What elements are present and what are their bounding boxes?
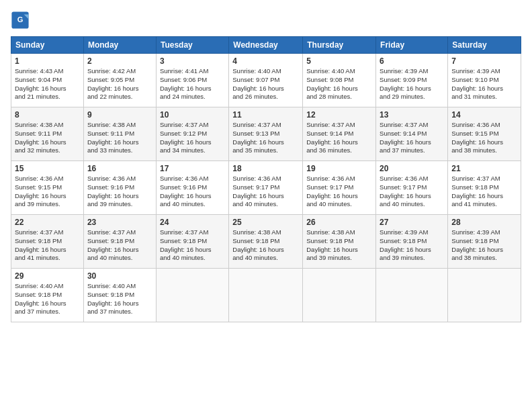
day-number: 13 bbox=[380, 110, 444, 120]
day-info: Sunrise: 4:41 AM Sunset: 9:06 PM Dayligh… bbox=[160, 67, 225, 101]
day-info: Sunrise: 4:36 AM Sunset: 9:17 PM Dayligh… bbox=[306, 175, 372, 209]
day-info: Sunrise: 4:37 AM Sunset: 9:18 PM Dayligh… bbox=[160, 228, 225, 263]
calendar-cell: 9Sunrise: 4:38 AM Sunset: 9:11 PM Daylig… bbox=[83, 107, 156, 161]
calendar-cell: 10Sunrise: 4:37 AM Sunset: 9:12 PM Dayli… bbox=[156, 107, 228, 161]
day-info: Sunrise: 4:38 AM Sunset: 9:11 PM Dayligh… bbox=[87, 121, 152, 155]
calendar-cell: 17Sunrise: 4:36 AM Sunset: 9:16 PM Dayli… bbox=[156, 161, 228, 215]
day-info: Sunrise: 4:37 AM Sunset: 9:18 PM Dayligh… bbox=[451, 175, 517, 209]
day-number: 15 bbox=[15, 164, 80, 173]
day-number: 21 bbox=[451, 164, 517, 173]
calendar-cell: 5Sunrise: 4:40 AM Sunset: 9:08 PM Daylig… bbox=[303, 54, 376, 107]
calendar-cell: 22Sunrise: 4:37 AM Sunset: 9:18 PM Dayli… bbox=[11, 215, 84, 269]
day-number: 19 bbox=[306, 164, 372, 173]
day-number: 25 bbox=[232, 218, 299, 227]
day-info: Sunrise: 4:39 AM Sunset: 9:10 PM Dayligh… bbox=[451, 67, 517, 101]
day-number: 8 bbox=[15, 110, 80, 120]
calendar-cell: 23Sunrise: 4:37 AM Sunset: 9:18 PM Dayli… bbox=[83, 215, 156, 269]
day-info: Sunrise: 4:37 AM Sunset: 9:18 PM Dayligh… bbox=[15, 228, 80, 263]
weekday-header: Thursday bbox=[303, 37, 376, 54]
svg-text:G: G bbox=[17, 15, 24, 24]
header: G bbox=[11, 11, 521, 30]
day-number: 4 bbox=[232, 56, 299, 66]
calendar-cell: 29Sunrise: 4:40 AM Sunset: 9:18 PM Dayli… bbox=[11, 269, 84, 322]
calendar-cell bbox=[303, 269, 376, 322]
day-number: 23 bbox=[87, 218, 152, 227]
calendar-cell: 7Sunrise: 4:39 AM Sunset: 9:10 PM Daylig… bbox=[448, 54, 521, 107]
day-info: Sunrise: 4:36 AM Sunset: 9:15 PM Dayligh… bbox=[451, 121, 517, 155]
weekday-header: Friday bbox=[376, 37, 448, 54]
calendar-cell: 25Sunrise: 4:38 AM Sunset: 9:18 PM Dayli… bbox=[229, 215, 303, 269]
day-info: Sunrise: 4:38 AM Sunset: 9:11 PM Dayligh… bbox=[15, 121, 80, 155]
calendar-cell: 20Sunrise: 4:36 AM Sunset: 9:17 PM Dayli… bbox=[376, 161, 448, 215]
day-number: 30 bbox=[87, 271, 152, 281]
day-info: Sunrise: 4:36 AM Sunset: 9:17 PM Dayligh… bbox=[232, 175, 299, 209]
day-number: 26 bbox=[306, 218, 372, 227]
day-info: Sunrise: 4:36 AM Sunset: 9:16 PM Dayligh… bbox=[87, 175, 152, 209]
day-number: 1 bbox=[15, 56, 80, 66]
day-info: Sunrise: 4:36 AM Sunset: 9:17 PM Dayligh… bbox=[380, 175, 444, 209]
logo-icon: G bbox=[11, 11, 30, 30]
logo: G bbox=[11, 11, 32, 30]
day-info: Sunrise: 4:43 AM Sunset: 9:04 PM Dayligh… bbox=[15, 67, 80, 101]
day-info: Sunrise: 4:40 AM Sunset: 9:08 PM Dayligh… bbox=[306, 67, 372, 101]
day-info: Sunrise: 4:40 AM Sunset: 9:07 PM Dayligh… bbox=[232, 67, 299, 101]
weekday-header: Monday bbox=[83, 37, 156, 54]
day-number: 10 bbox=[160, 110, 225, 120]
day-info: Sunrise: 4:40 AM Sunset: 9:18 PM Dayligh… bbox=[15, 282, 80, 316]
day-info: Sunrise: 4:39 AM Sunset: 9:09 PM Dayligh… bbox=[380, 67, 444, 101]
calendar-cell bbox=[376, 269, 448, 322]
day-info: Sunrise: 4:39 AM Sunset: 9:18 PM Dayligh… bbox=[451, 228, 517, 263]
calendar-cell: 26Sunrise: 4:38 AM Sunset: 9:18 PM Dayli… bbox=[303, 215, 376, 269]
calendar-cell: 27Sunrise: 4:39 AM Sunset: 9:18 PM Dayli… bbox=[376, 215, 448, 269]
day-number: 14 bbox=[451, 110, 517, 120]
day-number: 17 bbox=[160, 164, 225, 173]
day-number: 29 bbox=[15, 271, 80, 281]
day-number: 24 bbox=[160, 218, 225, 227]
day-number: 18 bbox=[232, 164, 299, 173]
calendar-cell: 16Sunrise: 4:36 AM Sunset: 9:16 PM Dayli… bbox=[83, 161, 156, 215]
day-info: Sunrise: 4:39 AM Sunset: 9:18 PM Dayligh… bbox=[380, 228, 444, 263]
day-number: 20 bbox=[380, 164, 444, 173]
day-number: 16 bbox=[87, 164, 152, 173]
calendar-cell bbox=[229, 269, 303, 322]
calendar-cell: 8Sunrise: 4:38 AM Sunset: 9:11 PM Daylig… bbox=[11, 107, 84, 161]
calendar-cell: 19Sunrise: 4:36 AM Sunset: 9:17 PM Dayli… bbox=[303, 161, 376, 215]
day-number: 6 bbox=[380, 56, 444, 66]
day-number: 9 bbox=[87, 110, 152, 120]
day-number: 27 bbox=[380, 218, 444, 227]
day-number: 11 bbox=[232, 110, 299, 120]
calendar-cell: 14Sunrise: 4:36 AM Sunset: 9:15 PM Dayli… bbox=[448, 107, 521, 161]
calendar-cell: 13Sunrise: 4:37 AM Sunset: 9:14 PM Dayli… bbox=[376, 107, 448, 161]
calendar-cell: 21Sunrise: 4:37 AM Sunset: 9:18 PM Dayli… bbox=[448, 161, 521, 215]
day-number: 3 bbox=[160, 56, 225, 66]
day-info: Sunrise: 4:38 AM Sunset: 9:18 PM Dayligh… bbox=[232, 228, 299, 263]
calendar-cell: 4Sunrise: 4:40 AM Sunset: 9:07 PM Daylig… bbox=[229, 54, 303, 107]
weekday-header: Tuesday bbox=[156, 37, 228, 54]
calendar-cell: 2Sunrise: 4:42 AM Sunset: 9:05 PM Daylig… bbox=[83, 54, 156, 107]
day-info: Sunrise: 4:42 AM Sunset: 9:05 PM Dayligh… bbox=[87, 67, 152, 101]
weekday-header: Sunday bbox=[11, 37, 84, 54]
calendar-cell: 28Sunrise: 4:39 AM Sunset: 9:18 PM Dayli… bbox=[448, 215, 521, 269]
day-number: 28 bbox=[451, 218, 517, 227]
calendar-cell: 24Sunrise: 4:37 AM Sunset: 9:18 PM Dayli… bbox=[156, 215, 228, 269]
weekday-header: Wednesday bbox=[229, 37, 303, 54]
day-info: Sunrise: 4:37 AM Sunset: 9:13 PM Dayligh… bbox=[232, 121, 299, 155]
day-info: Sunrise: 4:36 AM Sunset: 9:15 PM Dayligh… bbox=[15, 175, 80, 209]
calendar: SundayMondayTuesdayWednesdayThursdayFrid… bbox=[11, 36, 521, 322]
calendar-cell bbox=[156, 269, 228, 322]
day-info: Sunrise: 4:37 AM Sunset: 9:14 PM Dayligh… bbox=[306, 121, 372, 155]
calendar-cell: 12Sunrise: 4:37 AM Sunset: 9:14 PM Dayli… bbox=[303, 107, 376, 161]
day-info: Sunrise: 4:40 AM Sunset: 9:18 PM Dayligh… bbox=[87, 282, 152, 316]
day-info: Sunrise: 4:37 AM Sunset: 9:14 PM Dayligh… bbox=[380, 121, 444, 155]
calendar-cell: 18Sunrise: 4:36 AM Sunset: 9:17 PM Dayli… bbox=[229, 161, 303, 215]
calendar-cell: 1Sunrise: 4:43 AM Sunset: 9:04 PM Daylig… bbox=[11, 54, 84, 107]
calendar-cell bbox=[448, 269, 521, 322]
calendar-cell: 6Sunrise: 4:39 AM Sunset: 9:09 PM Daylig… bbox=[376, 54, 448, 107]
day-info: Sunrise: 4:38 AM Sunset: 9:18 PM Dayligh… bbox=[306, 228, 372, 263]
calendar-cell: 11Sunrise: 4:37 AM Sunset: 9:13 PM Dayli… bbox=[229, 107, 303, 161]
day-info: Sunrise: 4:37 AM Sunset: 9:18 PM Dayligh… bbox=[87, 228, 152, 263]
day-number: 22 bbox=[15, 218, 80, 227]
calendar-cell: 3Sunrise: 4:41 AM Sunset: 9:06 PM Daylig… bbox=[156, 54, 228, 107]
day-number: 2 bbox=[87, 56, 152, 66]
day-number: 7 bbox=[451, 56, 517, 66]
